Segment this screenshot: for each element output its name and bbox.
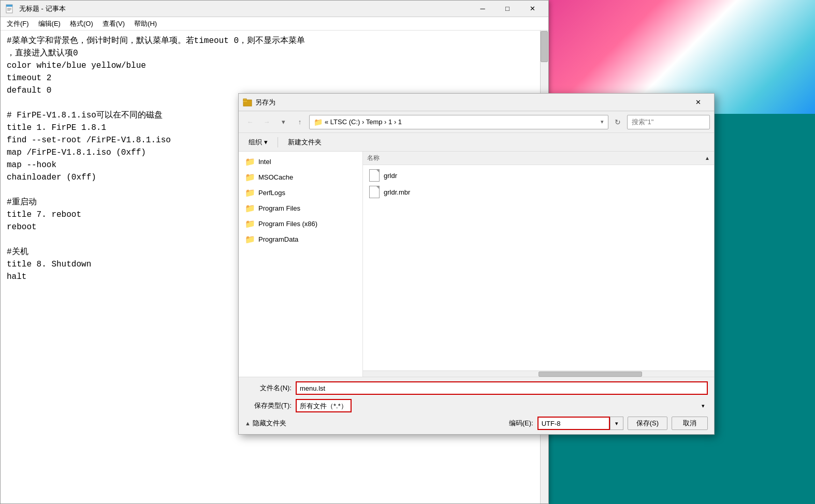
h-scrollbar[interactable] <box>363 370 714 377</box>
file-item-grldr-mbr[interactable]: grldr.mbr <box>365 184 712 200</box>
hide-folders-label: 隐藏文件夹 <box>253 419 286 428</box>
filetype-label: 保存类型(T): <box>245 401 292 410</box>
folder-item-programfilesx86[interactable]: 📁 Program Files (x86) <box>239 216 362 231</box>
filename-label: 文件名(N): <box>245 383 292 393</box>
toolbar-separator <box>278 137 278 147</box>
cancel-btn[interactable]: 取消 <box>672 417 708 430</box>
dialog-title-text: 另存为 <box>255 98 275 107</box>
folder-item-msocache[interactable]: 📁 MSOCache <box>239 169 362 185</box>
nav-dropdown-btn[interactable]: ▾ <box>276 115 290 129</box>
notepad-scrollbar-thumb[interactable] <box>541 31 548 62</box>
folder-item-programfiles[interactable]: 📁 Program Files <box>239 200 362 216</box>
hide-folders-btn[interactable]: ▲ 隐藏文件夹 <box>245 419 286 428</box>
h-scrollbar-thumb[interactable] <box>539 372 642 377</box>
menu-format[interactable]: 格式(O) <box>66 18 97 29</box>
filename-input[interactable] <box>296 381 708 395</box>
svg-rect-1 <box>6 5 12 7</box>
dialog-close-btn[interactable]: ✕ <box>686 95 710 110</box>
dialog-file-area: 名称 ▲ grldr grldr.mbr <box>363 152 714 377</box>
refresh-btn[interactable]: ↻ <box>610 115 625 129</box>
dialog-body: 📁 Intel 📁 MSOCache 📁 PerfLogs 📁 Program … <box>239 152 714 377</box>
filename-row: 文件名(N): <box>245 381 708 395</box>
notepad-window-controls: ─ □ ✕ <box>471 1 544 17</box>
sort-arrow-icon: ▲ <box>705 155 710 161</box>
menu-view[interactable]: 查看(V) <box>98 18 129 29</box>
nav-forward-btn[interactable]: → <box>259 115 274 129</box>
dialog-toolbar: 组织 ▾ 新建文件夹 <box>239 133 714 152</box>
file-icon-grldr-mbr <box>369 186 380 198</box>
address-folder-icon: 📁 <box>314 118 323 126</box>
encoding-input[interactable] <box>537 417 610 430</box>
encoding-wrapper: ▾ <box>537 417 623 430</box>
folder-name-msocache: MSOCache <box>258 173 293 181</box>
menu-edit[interactable]: 编辑(E) <box>34 18 65 29</box>
folder-item-programdata[interactable]: 📁 ProgramData <box>239 231 362 247</box>
notepad-title-area: 无标题 - 记事本 <box>5 4 66 14</box>
filetype-row: 保存类型(T): 所有文件（*.*） <box>245 399 708 412</box>
chevron-up-icon: ▲ <box>245 420 251 426</box>
notepad-titlebar: 无标题 - 记事本 ─ □ ✕ <box>1 1 548 17</box>
address-chevron-icon: ▾ <box>601 118 604 125</box>
folder-item-intel[interactable]: 📁 Intel <box>239 154 362 169</box>
new-folder-btn[interactable]: 新建文件夹 <box>282 135 327 150</box>
dialog-file-panel: grldr grldr.mbr <box>363 165 714 370</box>
filetype-select-wrapper: 所有文件（*.*） <box>296 399 708 412</box>
folder-name-programdata: ProgramData <box>258 235 298 243</box>
dialog-addressbar: ← → ▾ ↑ 📁 « LTSC (C:) › Temp › 1 › 1 ▾ ↻ <box>239 111 714 133</box>
file-name-grldr: grldr <box>384 172 397 180</box>
dialog-folder-panel: 📁 Intel 📁 MSOCache 📁 PerfLogs 📁 Program … <box>239 152 363 377</box>
notepad-close-btn[interactable]: ✕ <box>520 1 544 17</box>
dialog-window-controls: ✕ <box>686 95 710 110</box>
notepad-maximize-btn[interactable]: □ <box>496 1 519 17</box>
svg-rect-7 <box>243 99 246 100</box>
folder-name-intel: Intel <box>258 158 271 166</box>
folder-icon-intel: 📁 <box>245 157 255 167</box>
notepad-menubar: 文件(F) 编辑(E) 格式(O) 查看(V) 帮助(H) <box>1 17 548 31</box>
folder-name-programfiles: Program Files <box>258 204 300 212</box>
file-icon-grldr <box>369 169 380 182</box>
dialog-bottom: 文件名(N): 保存类型(T): 所有文件（*.*） ▲ 隐藏文件夹 编码(E)… <box>239 377 714 434</box>
nav-back-btn[interactable]: ← <box>243 115 257 129</box>
save-btn[interactable]: 保存(S) <box>628 417 667 430</box>
file-item-grldr[interactable]: grldr <box>365 167 712 184</box>
folder-item-perflogs[interactable]: 📁 PerfLogs <box>239 185 362 200</box>
folder-icon-programdata: 📁 <box>245 234 255 244</box>
notepad-app-icon <box>5 4 15 14</box>
file-list-header-name: 名称 <box>367 154 380 162</box>
menu-file[interactable]: 文件(F) <box>3 18 33 29</box>
folder-icon-programfilesx86: 📁 <box>245 219 255 229</box>
folder-icon-perflogs: 📁 <box>245 188 255 198</box>
dialog-titlebar: 另存为 ✕ <box>239 94 714 111</box>
bottom-actions-row: ▲ 隐藏文件夹 编码(E): ▾ 保存(S) 取消 <box>245 417 708 430</box>
notepad-title: 无标题 - 记事本 <box>19 4 66 13</box>
folder-name-programfilesx86: Program Files (x86) <box>258 220 317 228</box>
folder-icon-programfiles: 📁 <box>245 203 255 213</box>
folder-icon-msocache: 📁 <box>245 172 255 182</box>
dialog-title-area: 另存为 <box>243 98 275 107</box>
encoding-chevron-icon[interactable]: ▾ <box>610 417 623 430</box>
file-list-header: 名称 ▲ <box>363 152 714 165</box>
address-box[interactable]: 📁 « LTSC (C:) › Temp › 1 › 1 ▾ <box>309 115 608 129</box>
notepad-minimize-btn[interactable]: ─ <box>471 1 494 17</box>
encoding-label: 编码(E): <box>487 419 533 428</box>
filetype-select[interactable]: 所有文件（*.*） <box>296 399 352 412</box>
menu-help[interactable]: 帮助(H) <box>130 18 161 29</box>
dialog-title-icon <box>243 98 252 107</box>
folder-name-perflogs: PerfLogs <box>258 189 285 197</box>
search-input[interactable] <box>627 115 710 129</box>
address-path: « LTSC (C:) › Temp › 1 › 1 <box>325 118 402 126</box>
organize-btn[interactable]: 组织 ▾ <box>243 135 273 150</box>
encoding-and-buttons: 编码(E): ▾ 保存(S) 取消 <box>487 417 708 430</box>
file-name-grldr-mbr: grldr.mbr <box>384 188 410 196</box>
nav-up-btn[interactable]: ↑ <box>293 115 307 129</box>
save-dialog: 另存为 ✕ ← → ▾ ↑ 📁 « LTSC (C:) › Temp › 1 ›… <box>238 93 715 435</box>
